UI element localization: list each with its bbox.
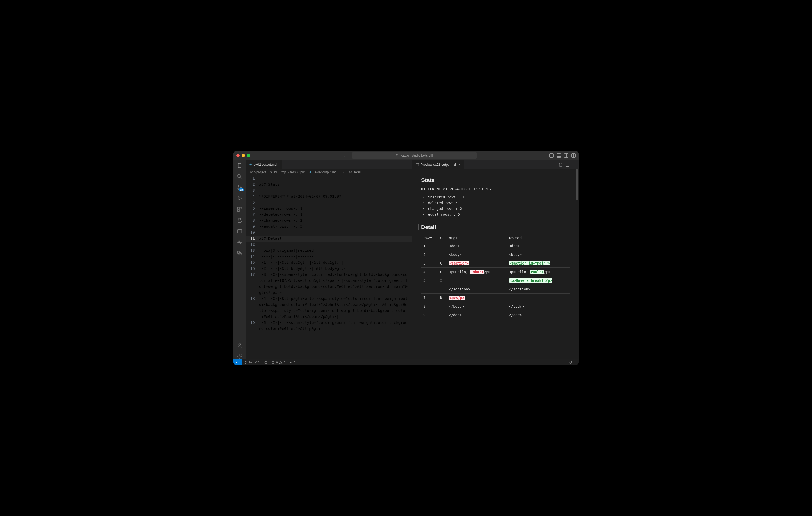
more-icon[interactable]: ⋯ [406,163,409,167]
code-line[interactable]: 8-·changed·rows··:·2 [246,217,412,223]
branch-icon [244,361,248,364]
scrollbar[interactable] [576,169,578,201]
remote-indicator[interactable] [233,359,242,365]
tab-source-file[interactable]: ★ ex02-output.md [246,160,283,169]
sync-icon [264,361,268,364]
markdown-preview[interactable]: Stats DIFFERENT at 2024-02-07 09:01:07 i… [412,169,579,359]
svg-point-4 [237,185,239,187]
sync-button[interactable] [264,361,268,364]
code-line[interactable]: 10 [246,230,412,236]
breadcrumb-seg[interactable]: build [270,171,277,174]
svg-rect-10 [237,210,239,211]
code-line[interactable]: 16|·2·|···|·&lt;body&gt;·|·&lt;body&gt;·… [246,266,412,272]
code-line[interactable]: 13|row#|S|original|revised| [246,247,412,253]
breadcrumb-seg[interactable]: app-project [250,171,266,174]
svg-point-25 [246,361,247,362]
stats-item: changed rows : 2 [427,206,570,211]
layout-bottom-icon[interactable] [557,153,561,158]
svg-rect-18 [240,253,241,255]
titlebar-right [549,153,576,158]
scm-icon[interactable]: 13 [236,184,243,190]
window-controls [236,154,250,157]
split-editor-icon[interactable] [566,163,570,166]
search-text: katalon-studio-texts-diff [401,154,433,157]
docker-icon[interactable] [236,239,243,245]
code-line[interactable]: 9-·equal·rows:···:·5 [246,223,412,230]
code-line[interactable]: 1 [246,175,412,181]
extensions-icon[interactable] [236,206,243,213]
tab-label: ex02-output.md [254,163,277,166]
table-row: 6</section></section> [421,285,570,294]
code-line[interactable]: 2###·Stats [246,181,412,187]
code-line[interactable]: 18|·4·|·C·|·&lt;p&gt;Hello,·<span·style=… [246,296,412,320]
code-line[interactable]: 12 [246,242,412,247]
diff-table: row# S original revised 1<doc><doc>2<bod… [421,234,570,320]
minimize-window-button[interactable] [242,154,245,157]
th-original: original [447,234,507,242]
tab-actions-preview: ⋯ [556,160,579,169]
svg-point-0 [396,154,398,156]
explorer-icon[interactable] [236,162,243,169]
code-line[interactable]: 3 [246,187,412,193]
layout-grid-icon[interactable] [571,153,576,158]
code-editor[interactable]: 12###·Stats34**DIFFERENT**·at·2024-02-07… [246,175,412,359]
svg-rect-9 [240,207,241,209]
code-line[interactable]: 4**DIFFERENT**·at·2024-02-07·09:01:07 [246,193,412,200]
breadcrumb-seg[interactable]: ▭ ### Detail [341,171,361,174]
editor-pane-source: ★ ex02-output.md ⋯ app-project› build› t… [246,160,412,359]
remote-explorer-icon[interactable] [236,250,243,256]
app-window: ← → katalon-studio-texts-diff 13 [233,151,579,365]
svg-line-1 [398,156,399,157]
titlebar: ← → katalon-studio-texts-diff [233,151,579,160]
problems[interactable]: 0 0 [271,361,285,364]
svg-rect-8 [237,207,239,209]
run-debug-icon[interactable] [236,195,243,202]
code-line[interactable]: 14|----|-|--------|-------| [246,253,412,260]
notifications-icon[interactable] [569,361,572,364]
tab-bar-preview: Preview ex02-output.md × ⋯ [412,160,579,169]
code-line[interactable]: 7-·deleted·rows··:·1 [246,211,412,217]
table-row: 8</body></body> [421,302,570,311]
testing-icon[interactable] [236,217,243,223]
svg-point-31 [290,362,291,363]
nav-forward-icon[interactable]: → [342,153,346,158]
svg-point-24 [245,363,245,364]
code-line[interactable]: 6-·inserted·rows·:·1 [246,206,412,211]
stats-heading: Stats [421,177,570,183]
code-line[interactable]: 15|·1·|···|·&lt;doc&gt;·|·&lt;doc&gt;·| [246,260,412,266]
stats-item: deleted rows : 1 [427,200,570,206]
close-window-button[interactable] [236,154,240,157]
terminal-icon[interactable] [236,228,243,235]
status-line: DIFFERENT at 2024-02-07 09:01:07 [421,187,570,191]
code-line[interactable]: 17|·3·|·C·|·<span·style="color:red;·font… [246,272,412,296]
more-icon[interactable]: ⋯ [573,163,576,167]
open-file-icon[interactable] [559,163,563,167]
nav-back-icon[interactable]: ← [334,153,338,158]
breadcrumb-seg[interactable]: tmp [281,171,286,174]
code-line[interactable]: 11###·Detail [246,236,412,242]
breadcrumb-seg[interactable]: testOutput [290,171,304,174]
layout-right-icon[interactable] [564,153,568,158]
breadcrumb[interactable]: app-project› build› tmp› testOutput› ★ e… [246,169,412,175]
close-icon[interactable]: × [459,162,461,167]
tab-bar-source: ★ ex02-output.md ⋯ [246,160,412,169]
layout-left-icon[interactable] [549,153,554,158]
search-icon[interactable] [236,173,243,180]
git-branch[interactable]: issue25* [244,361,261,364]
command-center[interactable]: katalon-studio-texts-diff [352,152,477,159]
breadcrumb-seg[interactable]: ★ ex02-output.md [309,171,337,174]
th-s: S [438,234,447,242]
account-icon[interactable] [236,342,243,348]
search-icon [396,154,399,157]
code-line[interactable]: 5 [246,200,412,206]
tab-label: Preview ex02-output.md [420,163,456,166]
tab-preview[interactable]: Preview ex02-output.md × [412,160,464,169]
svg-rect-17 [237,251,239,253]
settings-gear-icon[interactable] [236,353,243,359]
stats-list: inserted rows : 1deleted rows : 1changed… [421,194,570,217]
error-icon [271,361,275,364]
ports[interactable]: 0 [289,361,295,364]
maximize-window-button[interactable] [247,154,250,157]
svg-rect-21 [416,163,419,166]
code-line[interactable]: 19|·5·|·I·|··|·<span·style="color:green;… [246,320,412,332]
